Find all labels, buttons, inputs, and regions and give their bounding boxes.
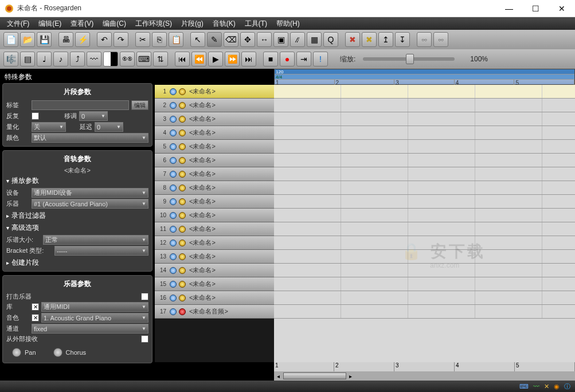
horizontal-scrollbar[interactable] <box>274 371 575 381</box>
menu-edit[interactable]: 编辑(E) <box>34 19 66 29</box>
draw-tool[interactable]: ✎ <box>207 32 222 47</box>
record-led[interactable] <box>179 212 186 219</box>
rewind-button[interactable]: ⏪ <box>191 52 206 66</box>
percussion-editor-button[interactable]: ♪ <box>53 52 68 66</box>
menu-help[interactable]: 帮助(H) <box>272 19 304 29</box>
track-header-15[interactable]: 15<未命名> <box>155 277 274 291</box>
menu-track[interactable]: 音轨(K) <box>208 19 240 29</box>
label-input[interactable] <box>32 100 129 110</box>
bank-checkbox[interactable] <box>32 303 39 311</box>
audio-button[interactable]: 〰 <box>87 52 101 66</box>
delay-select[interactable]: 0 <box>95 122 123 132</box>
track-lane-13[interactable] <box>274 250 575 264</box>
menu-tools[interactable]: 工具(T) <box>240 19 272 29</box>
track-lane-4[interactable] <box>274 126 575 140</box>
play-params-expand[interactable]: 播放参数 <box>6 175 148 187</box>
record-led[interactable] <box>179 295 186 301</box>
staffsize-select[interactable]: 正常 <box>43 235 148 245</box>
play-button[interactable]: ▶ <box>208 52 223 66</box>
tempo-ruler[interactable]: 120 <box>275 69 574 74</box>
mute-led[interactable] <box>170 116 177 123</box>
mute-led[interactable] <box>170 157 177 164</box>
print-preview-button[interactable]: ⚡ <box>75 32 90 47</box>
record-led[interactable] <box>179 226 186 233</box>
record-led[interactable] <box>179 88 186 95</box>
quantize-button[interactable]: Q <box>323 32 338 47</box>
track-lanes[interactable] <box>274 85 575 362</box>
track-lane-3[interactable] <box>274 112 575 126</box>
erase-tool[interactable]: ⌫ <box>224 32 238 47</box>
track-header-14[interactable]: 14<未命名> <box>155 264 274 277</box>
menu-studio[interactable]: 工作环境(S) <box>131 19 177 29</box>
event-editor-button[interactable]: ♩ <box>37 52 52 66</box>
split-tool[interactable]: ▣ <box>273 32 288 47</box>
track-header-8[interactable]: 8<未命名> <box>155 181 274 195</box>
track-header-2[interactable]: 2<未命名> <box>155 99 274 112</box>
track-header-17[interactable]: 17<未命名音频> <box>155 305 274 319</box>
move-track-up-button[interactable]: ↥ <box>378 32 393 47</box>
toggle-a-icon[interactable]: ○○ <box>417 32 432 47</box>
zoom-slider[interactable] <box>363 57 455 61</box>
edit-label-button[interactable]: 编辑 <box>131 100 148 110</box>
save-button[interactable]: 💾 <box>37 32 52 47</box>
record-led[interactable] <box>179 171 186 178</box>
rewind-start-button[interactable]: ⏮ <box>175 52 190 66</box>
record-led[interactable] <box>179 240 186 246</box>
create-segment-expand[interactable]: 创建片段 <box>6 257 148 269</box>
bank-select[interactable]: 通用MIDI <box>41 302 148 312</box>
track-header-7[interactable]: 7<未命名> <box>155 167 274 181</box>
track-header-9[interactable]: 9<未命名> <box>155 195 274 209</box>
track-lane-17[interactable] <box>274 305 575 319</box>
record-led[interactable] <box>179 253 186 260</box>
track-lane-7[interactable] <box>274 167 575 181</box>
track-lane-16[interactable] <box>274 291 575 305</box>
track-lane-6[interactable] <box>274 154 575 167</box>
maximize-button[interactable]: ☐ <box>522 0 549 17</box>
track-header-5[interactable]: 5<未命名> <box>155 140 274 154</box>
channel-select[interactable]: fixed <box>32 324 148 334</box>
recfilter-expand[interactable]: 录音过滤器 <box>6 210 148 222</box>
track-lane-10[interactable] <box>274 209 575 222</box>
mute-led[interactable] <box>170 308 177 315</box>
join-tool[interactable]: ⫽ <box>290 32 305 47</box>
menu-view[interactable]: 查看(V) <box>66 19 98 29</box>
track-lane-12[interactable] <box>274 236 575 250</box>
record-led[interactable] <box>179 116 186 123</box>
mute-led[interactable] <box>170 102 177 109</box>
matrix-editor-button[interactable]: ▤ <box>20 52 35 66</box>
mute-led[interactable] <box>170 295 177 301</box>
track-header-16[interactable]: 16<未命名> <box>155 291 274 305</box>
menu-compose[interactable]: 编曲(C) <box>98 19 131 29</box>
timesig-ruler[interactable]: 4/4 <box>275 74 574 80</box>
pan-knob[interactable]: Pan <box>12 348 36 357</box>
instrument-select[interactable]: #1 (Acoustic Grand Piano) <box>32 199 148 209</box>
loop-button[interactable]: ⇥ <box>296 52 311 66</box>
track-header-10[interactable]: 10<未命名> <box>155 209 274 222</box>
track-lane-15[interactable] <box>274 277 575 291</box>
forward-end-button[interactable]: ⏭ <box>241 52 256 66</box>
program-select[interactable]: 1. Acoustic Grand Piano <box>41 313 148 323</box>
toggle-b-icon[interactable]: ○○ <box>433 32 448 47</box>
move-tool[interactable]: ✥ <box>240 32 255 47</box>
advanced-expand[interactable]: 高级选项 <box>6 222 148 234</box>
external-checkbox[interactable] <box>141 335 148 343</box>
paste-button[interactable]: 📋 <box>169 32 183 47</box>
record-led[interactable] <box>179 143 186 150</box>
bar-ruler-bottom[interactable]: 12345 <box>274 362 575 371</box>
piano-icon[interactable] <box>103 52 118 66</box>
track-header-3[interactable]: 3<未命名> <box>155 112 274 126</box>
repeat-checkbox[interactable] <box>32 112 39 120</box>
cut-button[interactable]: ✂ <box>135 32 150 47</box>
device-select[interactable]: 通用MIDI设备 <box>32 188 148 198</box>
track-header-4[interactable]: 4<未命名> <box>155 126 274 140</box>
mute-led[interactable] <box>170 253 177 260</box>
quantize-select[interactable]: 关 <box>32 122 66 132</box>
transpose-select[interactable]: 0 <box>79 111 108 121</box>
track-lane-1[interactable] <box>274 85 575 99</box>
menu-segment[interactable]: 片段(g) <box>177 19 208 29</box>
record-led[interactable] <box>179 281 186 288</box>
mute-led[interactable] <box>170 198 177 205</box>
mute-led[interactable] <box>170 185 177 191</box>
open-file-button[interactable]: 📂 <box>20 32 35 47</box>
color-select[interactable]: 默认 <box>32 133 148 143</box>
